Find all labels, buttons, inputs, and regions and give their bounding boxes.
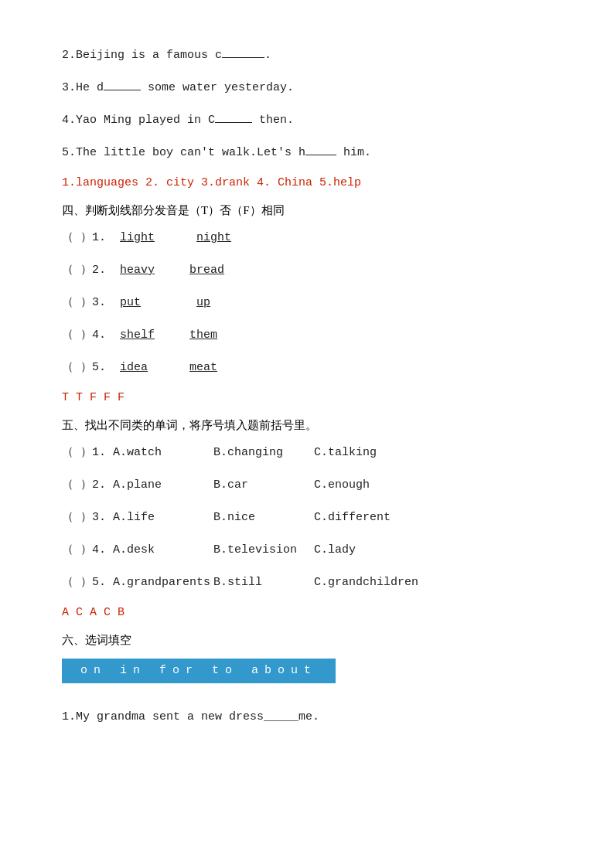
item5-2: （ ）2. A.planeB.carC.enough [62,476,552,495]
choice-5-2c: C.enough [314,478,370,492]
item5-3: （ ）3. A.lifeB.niceC.different [62,509,552,527]
sentence-3: 3.He d some water yesterday. [62,79,552,97]
sentence-6-1: 1.My grandma sent a new dress_____me. [62,708,552,727]
section4-title: 四、判断划线部分发音是（T）否（F）相同 [62,203,552,218]
blank-2 [222,57,264,58]
word4-1a: light [120,231,155,244]
choice-5-4a: A.desk [113,541,213,560]
choice-5-5a: A.grandparents [113,574,213,592]
word4-3b: up [196,296,210,309]
word4-4b: them [189,328,217,342]
blank-4 [215,122,252,123]
paren-4-4: （ ）4. [62,328,106,342]
word4-1b: night [196,231,231,244]
word-box-container: on in for to about [62,659,552,694]
answers-section4: T T F F F [62,391,552,404]
word4-2b: bread [189,264,224,277]
item4-2: （ ）2. heavy bread [62,261,552,280]
word4-3a: put [120,296,141,309]
paren-4-1: （ ）1. [62,231,106,244]
item4-1: （ ）1. light night [62,229,552,247]
item4-5: （ ）5. idea meat [62,359,552,377]
choice-5-1b: B.changing [213,444,314,462]
choice-5-3a: A.life [113,509,213,527]
choice-5-5c: C.grandchildren [314,576,418,589]
paren-5-2: （ ）2. [62,478,106,492]
item5-1: （ ）1. A.watchB.changingC.talking [62,444,552,462]
item5-5: （ ）5. A.grandparentsB.stillC.grandchildr… [62,574,552,592]
paren-5-1: （ ）1. [62,446,106,459]
sentence-2: 2.Beijing is a famous c. [62,46,552,65]
paren-5-5: （ ）5. [62,576,106,589]
paren-4-3: （ ）3. [62,296,106,309]
word4-4a: shelf [120,328,155,342]
item4-4: （ ）4. shelf them [62,326,552,345]
section5-title: 五、找出不同类的单词，将序号填入题前括号里。 [62,418,552,433]
choice-5-2b: B.car [213,476,314,495]
section6-title: 六、选词填空 [62,633,552,648]
sentence-4: 4.Yao Ming played in C then. [62,111,552,130]
sentence-5: 5.The little boy can't walk.Let's h him. [62,144,552,162]
choice-5-3b: B.nice [213,509,314,527]
paren-4-5: （ ）5. [62,361,106,374]
word-box: on in for to about [62,659,336,683]
word4-2a: heavy [120,264,155,277]
word4-5b: meat [189,361,217,374]
item5-4: （ ）4. A.deskB.televisionC.lady [62,541,552,560]
choice-5-3c: C.different [314,511,391,524]
word4-5a: idea [120,361,148,374]
item4-3: （ ）3. put up [62,294,552,312]
answers-section3: 1.languages 2. city 3.drank 4. China 5.h… [62,176,552,189]
answers-section5: A C A C B [62,606,552,619]
choice-5-5b: B.still [213,574,314,592]
blank-3 [104,90,141,90]
choice-5-1a: A.watch [113,444,213,462]
paren-4-2: （ ）2. [62,264,106,277]
choice-5-4c: C.lady [314,543,356,557]
paren-5-4: （ ）4. [62,543,106,557]
choice-5-2a: A.plane [113,476,213,495]
paren-5-3: （ ）3. [62,511,106,524]
blank-5 [305,155,336,155]
choice-5-1c: C.talking [314,446,377,459]
choice-5-4b: B.television [213,541,314,560]
